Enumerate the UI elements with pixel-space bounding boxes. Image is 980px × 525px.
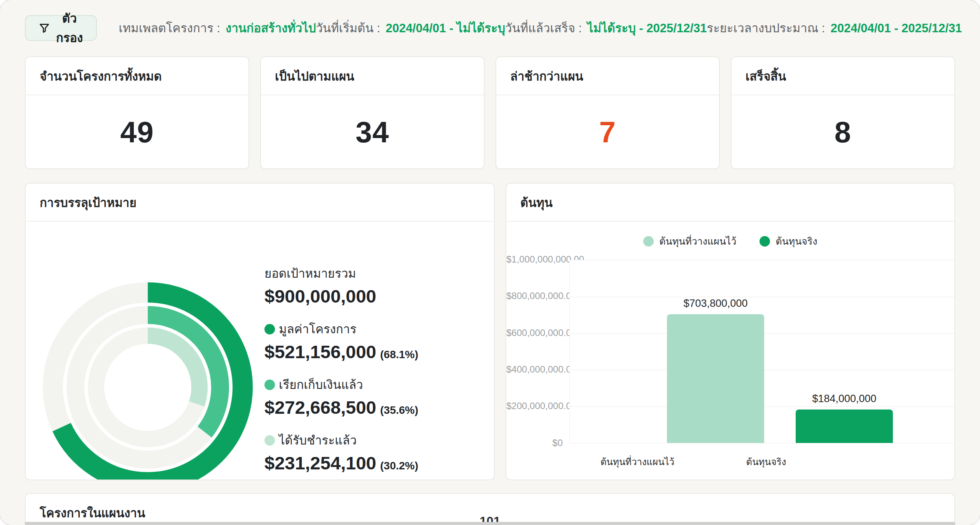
stat-card-value: 8 [835,115,851,149]
stat-card-title: เสร็จสิ้น [732,57,954,95]
charts-row: การบรรลุเป้าหมาย ยอดเป้าหมายรวม $900 [25,183,955,480]
filter-field-value: ไม่ได้ระบุ - 2025/12/31 [587,18,707,38]
stat-card-title: ล่าช้ากว่าแผน [496,57,719,95]
bar-slot-actual-cost: $184,000,000 [796,260,893,443]
legend-label: ต้นทุนที่วางแผนไว้ [659,233,736,249]
filter-field-label: วันที่เริ่มต้น : [316,18,380,38]
legend-label: ต้นทุนจริง [775,233,817,249]
legend-dot-actual-cost [760,236,770,247]
goal-item-percent: (35.6%) [380,404,418,416]
y-axis-tick: $800,000,000.00 [506,290,563,301]
bar-planned-cost[interactable] [667,314,764,443]
funnel-icon [39,23,50,33]
bar-value-label: $703,800,000 [683,298,747,310]
filter-bar: ตัวกรอง เทมเพลตโครงการ : งานก่อสร้างทั่ว… [25,14,955,42]
stat-card-title: จำนวนโครงการทั้งหมด [26,57,248,95]
goal-item-percent: (68.1%) [380,348,418,360]
y-axis-tick: $0 [506,438,563,448]
cost-card-title: ต้นทุน [506,184,954,222]
goal-donut-chart [43,282,253,480]
cost-bar-chart-plot: $703,800,000 $184,000,000 [569,260,955,443]
filter-field-value: 2024/04/01 - ไม่ได้ระบุ [386,18,505,38]
y-axis-tick: $400,000,000.00 [506,364,563,375]
stat-card-on-plan: เป็นไปตามแผน 34 [260,56,485,169]
goal-item-label: มูลค่าโครงการ [279,319,357,339]
goal-total: ยอดเป้าหมายรวม $900,000,000 [264,264,418,307]
bar-actual-cost[interactable] [796,410,893,443]
filter-field-value: งานก่อสร้างทั่วไป [226,18,316,38]
goal-achievement-card: การบรรลุเป้าหมาย ยอดเป้าหมายรวม $900 [25,183,495,480]
legend-dot-project-value [264,324,275,334]
goal-card-title: การบรรลุเป้าหมาย [26,184,494,222]
x-axis-label-actual-cost: ต้นทุนจริง [688,454,844,469]
goal-item-value: $521,156,000(68.1%) [264,341,418,362]
filter-button[interactable]: ตัวกรอง [25,15,97,41]
legend-dot-paid [264,435,275,446]
filter-field-start-date: วันที่เริ่มต้น : 2024/04/01 - ไม่ได้ระบุ [316,18,505,38]
filter-field-budget-period: ระยะเวลางบประมาณ : 2024/04/01 - 2025/12/… [707,18,962,38]
legend-dot-planned-cost [643,236,654,247]
goal-item-label: เรียกเก็บเงินแล้ว [279,375,363,394]
stat-cards-row: จำนวนโครงการทั้งหมด 49 เป็นไปตามแผน 34 ล… [25,56,955,169]
goal-item-billed: เรียกเก็บเงินแล้ว $272,668,500(35.6%) [264,375,418,418]
goal-item-project-value: มูลค่าโครงการ $521,156,000(68.1%) [264,319,418,362]
y-axis-tick: $600,000,000.00 [506,327,563,338]
goal-item-paid: ได้รับชำระแล้ว $231,254,100(30.2%) [264,430,418,474]
filter-field-value: 2024/04/01 - 2025/12/31 [831,21,962,35]
filter-field-label: ระยะเวลางบประมาณ : [707,18,825,38]
stat-card-value: 34 [355,115,389,149]
filter-field-finish-date: วันที่แล้วเสร็จ : ไม่ได้ระบุ - 2025/12/3… [505,18,707,38]
stat-card-finished: เสร็จสิ้น 8 [731,56,955,169]
legend-item-actual-cost[interactable]: ต้นทุนจริง [760,233,817,249]
horizontal-scrollbar[interactable] [25,522,955,525]
legend-item-planned-cost[interactable]: ต้นทุนที่วางแผนไว้ [643,233,736,249]
goal-total-label: ยอดเป้าหมายรวม [264,264,418,283]
goal-total-value: $900,000,000 [264,285,418,307]
goal-item-value: $231,254,100(30.2%) [264,452,418,474]
y-axis-tick: $200,000,000.00 [506,401,563,411]
filter-button-label: ตัวกรอง [56,9,83,47]
goal-item-percent: (30.2%) [380,460,418,472]
stat-card-value: 7 [599,115,616,149]
stat-card-delayed: ล่าช้ากว่าแผน 7 [495,56,720,169]
bar-slot-planned-cost: $703,800,000 [667,260,764,443]
filter-field-label: เทมเพลตโครงการ : [119,18,220,38]
cost-card: ต้นทุน ต้นทุนที่วางแผนไว้ ต้นทุนจริง $1,… [506,183,955,480]
filter-field-label: วันที่แล้วเสร็จ : [505,18,582,38]
dashboard-page: ตัวกรอง เทมเพลตโครงการ : งานก่อสร้างทั่ว… [0,0,980,525]
stat-card-total-projects: จำนวนโครงการทั้งหมด 49 [25,56,249,169]
filter-fields: เทมเพลตโครงการ : งานก่อสร้างทั่วไป วันที… [119,18,968,38]
bar-value-label: $184,000,000 [812,393,876,405]
cost-chart-legend: ต้นทุนที่วางแผนไว้ ต้นทุนจริง [506,233,954,249]
goal-stats: ยอดเป้าหมายรวม $900,000,000 มูลค่าโครงกา… [264,264,418,480]
stat-card-value: 49 [120,115,154,149]
filter-field-template: เทมเพลตโครงการ : งานก่อสร้างทั่วไป [119,18,316,38]
y-axis-tick: $1,000,000,000.00 [506,254,563,265]
legend-dot-billed [264,380,275,390]
stat-card-title: เป็นไปตามแผน [261,57,484,95]
goal-item-label: ได้รับชำระแล้ว [279,430,357,450]
goal-item-value: $272,668,500(35.6%) [264,397,418,418]
